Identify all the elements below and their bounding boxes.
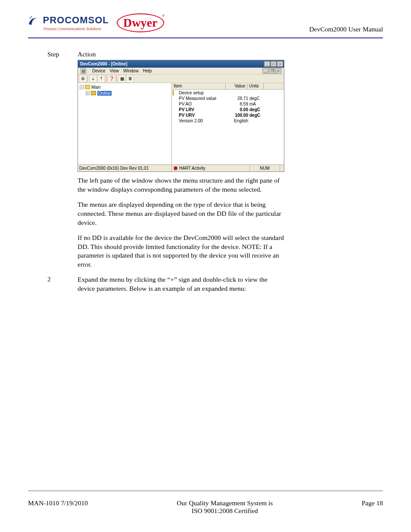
procomsol-name: PROCOMSOL xyxy=(43,15,109,25)
resize-grip-icon[interactable] xyxy=(280,165,284,171)
footer-center-2: ISO 9001:2008 Certified xyxy=(88,507,361,515)
procomsol-tagline: Process Communications Solutions xyxy=(44,27,109,31)
folder-icon xyxy=(85,85,90,89)
menu-view[interactable]: View xyxy=(110,68,119,73)
list-row[interactable]: PV LRV0.00degC xyxy=(172,107,284,112)
mdi-child-icon[interactable]: ▤ xyxy=(81,68,86,74)
row-units: degC xyxy=(248,96,265,101)
toolbar-button-6[interactable]: ≣ xyxy=(126,75,134,83)
hart-led-icon xyxy=(174,166,177,170)
menu-device[interactable]: Device xyxy=(92,68,106,73)
list-row[interactable]: Version 2.00English xyxy=(172,118,284,124)
menu-help[interactable]: Help xyxy=(143,68,152,73)
toolbar-button-2[interactable]: ⇣ xyxy=(89,75,97,83)
mdi-restore-icon[interactable]: ❐ xyxy=(269,68,275,74)
row-value: 0.00 xyxy=(227,107,248,112)
row-item: PV AO xyxy=(179,102,227,106)
header-value[interactable]: Value xyxy=(226,83,247,89)
paragraph-1: The left pane of the window shows the me… xyxy=(78,176,284,194)
list-row[interactable]: PV URV100.00degC xyxy=(172,112,284,118)
row-value: 100.00 xyxy=(227,113,248,118)
tree-pane[interactable]: − Main + Online xyxy=(78,83,172,164)
toolbar: ⚙ ⇣ ⇡ ❓ ▦ ≣ xyxy=(78,75,284,83)
svg-point-0 xyxy=(30,18,31,19)
toolbar-button-1[interactable]: ⚙ xyxy=(79,75,87,83)
menu-bar: ▤ Device View Window Help _ ❐ × xyxy=(78,68,284,75)
column-action: Action xyxy=(78,50,383,58)
maximize-icon[interactable]: □ xyxy=(271,61,277,67)
registered-icon: ® xyxy=(162,13,165,18)
step-2-text: Expand the menu by clicking the “+” sign… xyxy=(78,275,284,293)
list-row[interactable]: PV AO8.59mA xyxy=(172,101,284,107)
mdi-minimize-icon[interactable]: _ xyxy=(262,68,268,74)
minimize-icon[interactable]: _ xyxy=(264,61,270,67)
status-hart: HART Activity xyxy=(179,166,206,171)
header-item[interactable]: Item xyxy=(172,83,226,89)
menu-window[interactable]: Window xyxy=(123,68,139,73)
devcom-window: DevCom2000 - [Online] _ □ × ▤ Device Vie… xyxy=(78,60,284,172)
header-rule xyxy=(28,37,383,38)
step-number-2: 2 xyxy=(47,275,78,293)
device-icon xyxy=(91,91,96,95)
row-item: Device setup xyxy=(179,90,227,95)
tree-expand-icon[interactable]: + xyxy=(86,91,90,95)
toolbar-button-4[interactable]: ❓ xyxy=(108,75,115,83)
tree-main[interactable]: Main xyxy=(91,85,101,90)
svg-point-1 xyxy=(31,16,32,17)
paragraph-3: If no DD is available for the device the… xyxy=(78,233,284,270)
list-pane[interactable]: Item Value Units Device setupPV Measured… xyxy=(172,83,284,164)
row-value: 8.59 xyxy=(227,102,248,106)
row-item: PV Measured value xyxy=(179,96,227,101)
row-units: degC xyxy=(248,107,265,112)
toolbar-button-3[interactable]: ⇡ xyxy=(97,75,105,83)
row-units: degC xyxy=(248,113,265,118)
row-item: PV LRV xyxy=(179,107,227,112)
folder-icon xyxy=(173,90,174,96)
list-row[interactable]: PV Measured value28.71degC xyxy=(172,96,284,101)
footer-right: Page 18 xyxy=(361,499,383,507)
tree-online[interactable]: Online xyxy=(97,91,112,96)
dwyer-logo: Dwyer ® xyxy=(117,11,164,35)
list-row[interactable]: Device setup xyxy=(172,90,284,96)
paragraph-2: The menus are displayed depending on the… xyxy=(78,200,284,227)
procomsol-logo: PROCOMSOL Process Communications Solutio… xyxy=(28,15,109,31)
status-left: DevCom2000 (0x16) Dev Rev 01.01 xyxy=(78,165,172,171)
close-icon[interactable]: × xyxy=(277,61,283,67)
footer-center-1: Our Quality Management System is xyxy=(88,499,361,507)
title-bar: DevCom2000 - [Online] _ □ × xyxy=(78,60,284,68)
footer-left: MAN-1010 7/19/2010 xyxy=(28,499,88,507)
row-item: PV URV xyxy=(179,113,227,118)
row-units: mA xyxy=(248,102,265,106)
tree-collapse-icon[interactable]: − xyxy=(80,85,84,89)
row-value: 28.71 xyxy=(227,96,248,101)
footer-rule xyxy=(28,491,383,491)
mdi-close-icon[interactable]: × xyxy=(275,68,281,74)
document-title: DevCom2000 User Manual xyxy=(309,25,383,33)
list-header: Item Value Units xyxy=(172,83,284,90)
status-bar: DevCom2000 (0x16) Dev Rev 01.01 HART Act… xyxy=(78,165,284,171)
toolbar-button-5[interactable]: ▦ xyxy=(118,75,126,83)
status-num: NUM xyxy=(249,165,280,171)
header-units[interactable]: Units xyxy=(247,83,264,89)
swoosh-icon xyxy=(28,16,39,28)
column-step: Step xyxy=(47,50,73,58)
row-item: Version 2.00 xyxy=(179,118,227,123)
window-title: DevCom2000 - [Online] xyxy=(79,62,127,66)
row-value: English xyxy=(227,118,248,123)
